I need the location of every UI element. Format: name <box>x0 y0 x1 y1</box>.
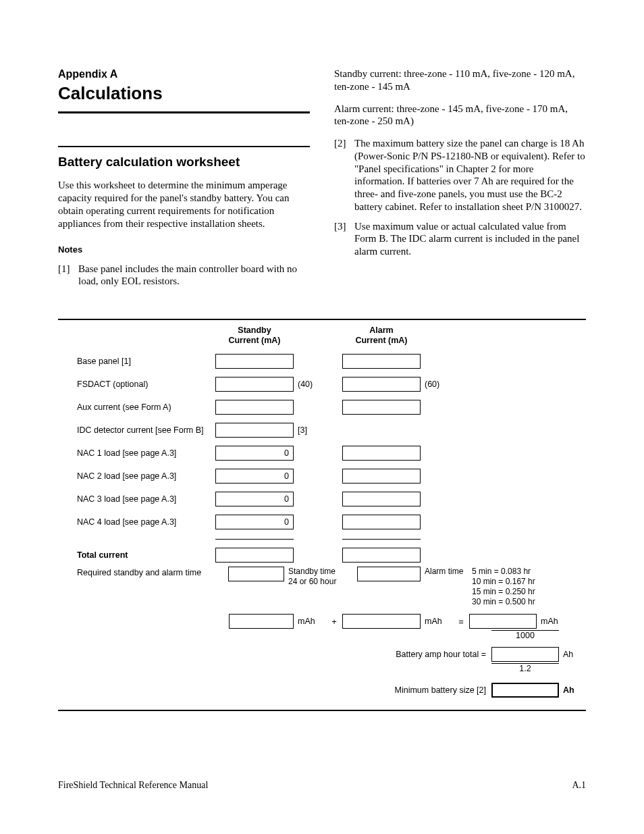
standby-input[interactable] <box>215 400 294 415</box>
note-number: [1] <box>58 263 78 288</box>
note-item: [1]Base panel includes the main controll… <box>58 263 310 288</box>
note-text: Base panel includes the main controller … <box>78 263 310 288</box>
note-text: The maximum battery size the panel can c… <box>354 137 586 213</box>
mah-unit: mAh <box>421 617 453 626</box>
equals-operator: = <box>453 617 469 627</box>
note-number: [2] <box>334 137 354 213</box>
note-text: Use maximum value or actual calculated v… <box>354 220 586 258</box>
subtotal-rule <box>342 539 421 540</box>
note-item: [3]Use maximum value or actual calculate… <box>334 220 586 258</box>
standby-hint: [3] <box>294 425 326 435</box>
multiplier-row: 1.2 <box>77 663 586 673</box>
left-column: Appendix A Calculations Battery calculat… <box>58 68 310 294</box>
multiplier-1-2: 1.2 <box>491 663 559 673</box>
note-number: [3] <box>334 220 354 258</box>
row-label: NAC 3 load [see page A.3] <box>77 494 215 504</box>
heavy-rule <box>58 111 310 113</box>
mah-equation-row: mAh + mAh = mAh <box>77 614 586 629</box>
table-row: FSDACT (optional)(40)(60) <box>77 373 586 396</box>
footer-doc-title: FireShield Technical Reference Manual <box>58 780 208 791</box>
table-row: NAC 2 load [see page A.3]0 <box>77 465 586 488</box>
right-column: Standby current: three-zone - 110 mA, fi… <box>334 68 586 294</box>
alarm-hint: (60) <box>421 380 453 389</box>
subtotal-rule <box>215 539 294 540</box>
standby-input[interactable] <box>215 423 294 438</box>
page-footer: FireShield Technical Reference Manual A.… <box>58 780 586 791</box>
battery-ah-total-row: Battery amp hour total = Ah <box>77 647 586 662</box>
table-row: NAC 4 load [see page A.3]0 <box>77 511 586 533</box>
alarm-input[interactable] <box>342 446 421 461</box>
min-battery-size-row: Minimum battery size [2] Ah <box>77 683 586 698</box>
col-header-alarm: Alarm Current (mA) <box>342 325 421 346</box>
standby-input[interactable]: 0 <box>215 469 294 484</box>
divisor-1000-row: 1000 <box>77 630 586 640</box>
divisor-1000: 1000 <box>491 630 559 640</box>
standby-input[interactable]: 0 <box>215 492 294 506</box>
time-conversion-note: 5 min = 0.083 hr 10 min = 0.167 hr 15 mi… <box>469 567 535 607</box>
total-alarm-input[interactable] <box>342 548 421 563</box>
intro-paragraph: Use this worksheet to determine the mini… <box>58 179 310 230</box>
section-rule <box>58 146 310 147</box>
table-header-row: Standby Current (mA) Alarm Current (mA) <box>77 324 586 347</box>
standby-time-input[interactable] <box>228 567 284 581</box>
table-row: IDC detector current [see Form B][3] <box>77 419 586 442</box>
alarm-time-hint: Alarm time <box>421 567 469 577</box>
alarm-time-input[interactable] <box>357 567 421 581</box>
ah-unit: Ah <box>559 650 586 659</box>
table-row: Base panel [1] <box>77 350 586 373</box>
standby-input[interactable]: 0 <box>215 515 294 529</box>
alarm-input[interactable] <box>342 377 421 392</box>
row-label: Base panel [1] <box>77 357 215 366</box>
row-label: Aux current (see Form A) <box>77 402 215 412</box>
ah-unit-bold: Ah <box>559 685 586 695</box>
plus-operator: + <box>326 617 342 627</box>
appendix-title: Calculations <box>58 82 310 105</box>
min-battery-size-label: Minimum battery size [2] <box>77 685 491 695</box>
standby-hint: (40) <box>294 380 326 389</box>
col-header-standby: Standby Current (mA) <box>215 325 294 346</box>
alarm-input[interactable] <box>342 354 421 369</box>
battery-ah-total-input[interactable] <box>491 647 559 662</box>
footer-page-number: A.1 <box>572 780 586 791</box>
standby-input[interactable] <box>215 377 294 392</box>
alarm-input[interactable] <box>342 400 421 415</box>
battery-ah-total-label: Battery amp hour total = <box>77 650 491 659</box>
appendix-label: Appendix A <box>58 68 310 81</box>
mah-unit: mAh <box>537 617 564 626</box>
mah-unit: mAh <box>294 617 326 626</box>
alarm-input[interactable] <box>342 469 421 484</box>
standby-current-note: Standby current: three-zone - 110 mA, fi… <box>334 68 586 93</box>
standby-input[interactable]: 0 <box>215 446 294 461</box>
total-standby-input[interactable] <box>215 548 294 563</box>
row-label: IDC detector current [see Form B] <box>77 425 215 435</box>
alarm-input[interactable] <box>342 492 421 506</box>
row-label: NAC 2 load [see page A.3] <box>77 471 215 481</box>
alarm-mah-input[interactable] <box>342 614 421 629</box>
standby-input[interactable] <box>215 354 294 369</box>
min-battery-size-input[interactable] <box>491 683 559 698</box>
total-current-row: Total current <box>77 544 586 567</box>
alarm-current-note: Alarm current: three-zone - 145 mA, five… <box>334 103 586 128</box>
row-label: FSDACT (optional) <box>77 380 215 389</box>
table-row: NAC 1 load [see page A.3]0 <box>77 442 586 465</box>
table-row: NAC 3 load [see page A.3]0 <box>77 488 586 511</box>
standby-mah-input[interactable] <box>229 614 294 629</box>
note-item: [2]The maximum battery size the panel ca… <box>334 137 586 213</box>
total-current-label: Total current <box>77 550 215 560</box>
battery-worksheet-table: Standby Current (mA) Alarm Current (mA) … <box>58 319 586 711</box>
standby-time-hint: Standby time 24 or 60 hour <box>284 567 342 587</box>
required-time-label: Required standby and alarm time <box>77 567 215 577</box>
table-row: Aux current (see Form A) <box>77 396 586 419</box>
total-mah-input[interactable] <box>469 614 537 629</box>
alarm-input[interactable] <box>342 515 421 529</box>
row-label: NAC 4 load [see page A.3] <box>77 517 215 527</box>
row-label: NAC 1 load [see page A.3] <box>77 448 215 458</box>
required-time-row: Required standby and alarm time Standby … <box>77 567 586 607</box>
section-title: Battery calculation worksheet <box>58 154 310 170</box>
notes-heading: Notes <box>58 244 310 255</box>
